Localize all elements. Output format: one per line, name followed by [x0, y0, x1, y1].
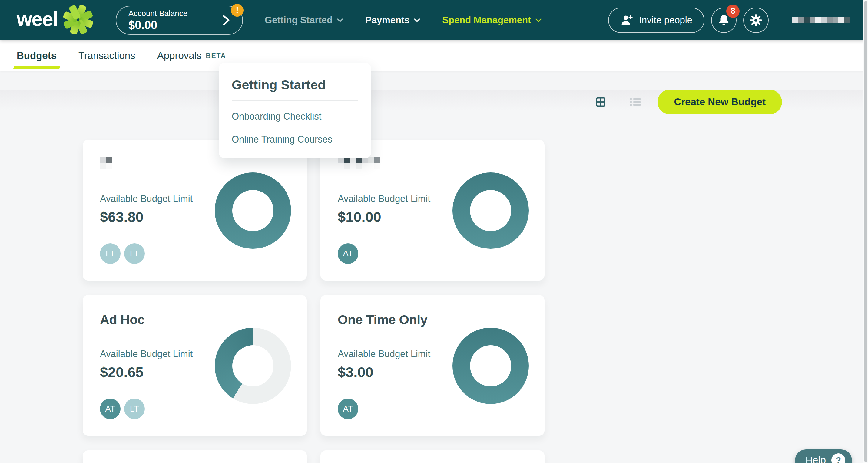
redacted-pixel	[362, 163, 368, 169]
invite-people-label: Invite people	[639, 15, 692, 26]
redacted-pixel	[368, 157, 374, 163]
redacted-pixel	[838, 17, 844, 23]
redacted-pixel	[356, 163, 362, 169]
budget-title: One Time Only	[338, 312, 527, 327]
scrollbar-thumb[interactable]	[864, 1, 867, 462]
tab-transactions[interactable]: Transactions	[79, 40, 135, 71]
top-navbar: weel	[0, 0, 868, 40]
getting-started-menu: Getting Started Onboarding Checklist Onl…	[219, 63, 371, 158]
redacted-pixel	[804, 17, 810, 23]
avatar: AT	[338, 399, 358, 419]
menu-item-onboarding-checklist[interactable]: Onboarding Checklist	[232, 111, 358, 122]
help-label: Help	[805, 455, 826, 463]
account-balance-value: $0.00	[128, 19, 157, 32]
budget-members: AT	[338, 399, 358, 419]
settings-button[interactable]	[743, 7, 769, 33]
tab-budgets[interactable]: Budgets	[17, 40, 57, 71]
budget-cards-grid: Available Budget Limit$63.80LTLTAvailabl…	[83, 140, 782, 463]
avatar: AT	[100, 399, 121, 419]
donut-hole	[232, 345, 274, 387]
primary-nav: Getting Started Payments Spend Managemen…	[265, 15, 542, 26]
nav-menu-label: Payments	[365, 15, 409, 26]
grid-view-button[interactable]	[595, 97, 606, 107]
tab-label: Budgets	[17, 50, 57, 61]
redacted-pixel	[368, 163, 374, 169]
budget-donut-chart	[215, 328, 291, 404]
donut-hole	[470, 190, 511, 231]
budget-card-redacted[interactable]: Available Budget Limit$63.80LTLT	[83, 140, 307, 280]
nav-menu-spend-management[interactable]: Spend Management	[442, 15, 542, 26]
tab-label: Transactions	[79, 50, 135, 61]
budgets-toolbar: Create New Budget	[83, 90, 782, 114]
redacted-pixel	[374, 157, 380, 163]
redacted-pixel	[844, 17, 850, 23]
page-scrollbar	[863, 0, 868, 463]
list-view-icon	[630, 97, 642, 107]
redacted-pixel	[833, 17, 838, 23]
chevron-down-icon	[535, 18, 542, 23]
budgets-main: Create New Budget Available Budget Limit…	[0, 90, 868, 463]
weel-app: weel	[0, 0, 868, 463]
grid-view-icon	[595, 97, 606, 107]
view-toggle	[595, 95, 642, 109]
notifications-button[interactable]: 8	[711, 7, 737, 33]
help-button[interactable]: Help ?	[795, 450, 852, 463]
weel-logo[interactable]: weel	[17, 4, 94, 37]
view-toggle-divider	[618, 95, 618, 109]
notification-count-badge: 8	[726, 4, 740, 18]
invite-people-button[interactable]: Invite people	[608, 7, 705, 33]
budget-donut-chart	[215, 172, 291, 249]
create-new-budget-button[interactable]: Create New Budget	[657, 90, 782, 114]
nav-menu-label: Getting Started	[265, 15, 333, 26]
nav-menu-label: Spend Management	[442, 15, 531, 26]
navbar-divider	[781, 9, 781, 31]
chevron-down-icon	[414, 18, 421, 23]
redacted-pixel	[350, 163, 356, 169]
redacted-pixel	[106, 163, 112, 169]
budget-members: ATLT	[100, 399, 145, 419]
redacted-pixel	[792, 17, 798, 23]
redacted-pixel	[100, 163, 106, 169]
redacted-pixel	[374, 163, 380, 169]
help-question-icon: ?	[831, 453, 845, 463]
avatar: AT	[338, 243, 358, 264]
account-balance-text: Account Balance $0.00	[128, 9, 187, 32]
navbar-right: Invite people 8	[608, 7, 850, 33]
redacted-pixel	[815, 17, 821, 23]
list-view-button[interactable]	[630, 97, 642, 107]
budget-card-redacted[interactable]: Available Budget Limit$5.00	[320, 450, 545, 463]
redacted-pixel	[338, 163, 344, 169]
weel-logo-text: weel	[17, 9, 58, 31]
budget-card-ad-hoc[interactable]: Ad HocAvailable Budget Limit$20.65ATLT	[83, 295, 307, 436]
budget-card-test[interactable]: TestAvailable Budget Limit$10.00ATLTLT	[83, 450, 307, 463]
redacted-pixel	[344, 163, 350, 169]
avatar: LT	[124, 243, 145, 264]
account-alert-badge: !	[231, 4, 244, 16]
person-plus-icon	[620, 13, 633, 27]
menu-item-online-training-courses[interactable]: Online Training Courses	[232, 134, 358, 145]
redacted-pixel	[106, 157, 112, 163]
account-balance-button[interactable]: ! Account Balance $0.00	[116, 6, 243, 35]
redacted-pixel	[827, 17, 833, 23]
budget-card-one-time-only[interactable]: One Time OnlyAvailable Budget Limit$3.00…	[320, 295, 545, 436]
redacted-pixel	[798, 17, 804, 23]
chevron-right-icon	[222, 14, 230, 26]
nav-menu-getting-started[interactable]: Getting Started	[265, 15, 343, 26]
menu-divider	[232, 100, 358, 101]
user-name-redacted[interactable]	[792, 17, 850, 23]
nav-menu-payments[interactable]: Payments	[365, 15, 421, 26]
donut-hole	[232, 190, 274, 231]
redacted-pixel	[810, 17, 815, 23]
budget-members: LTLT	[100, 243, 145, 264]
beta-badge: BETA	[206, 51, 226, 60]
section-tabs: BudgetsTransactionsApprovalsBETA	[0, 40, 868, 71]
budget-members: AT	[338, 243, 358, 264]
budget-card-redacted[interactable]: Available Budget Limit$10.00AT	[320, 140, 545, 280]
page-content: Getting Started Onboarding Checklist Onl…	[0, 90, 868, 463]
redacted-pixel	[821, 17, 827, 23]
budget-donut-chart	[453, 172, 529, 249]
budget-title: Ad Hoc	[100, 312, 289, 327]
gear-icon	[749, 13, 763, 27]
chevron-down-icon	[337, 18, 343, 23]
tab-approvals[interactable]: ApprovalsBETA	[157, 40, 226, 71]
